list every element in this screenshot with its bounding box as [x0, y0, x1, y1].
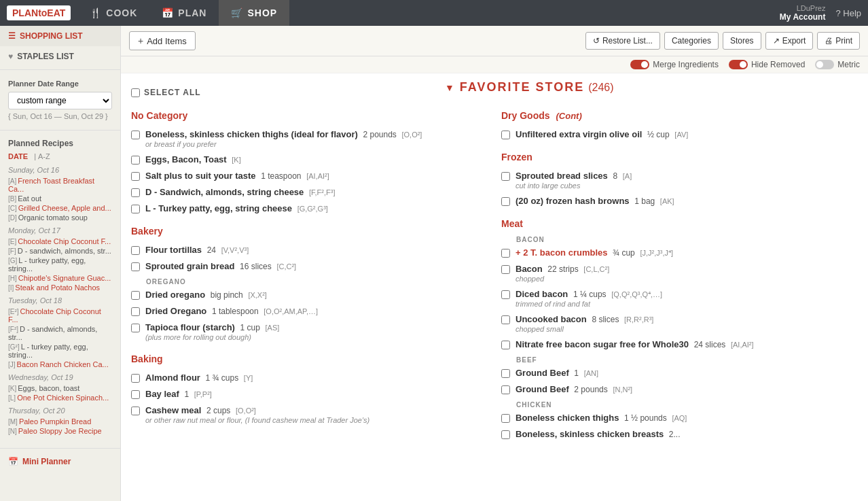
stores-button[interactable]: Stores: [723, 32, 761, 50]
restore-icon: ↺: [593, 36, 600, 46]
item-row: Diced bacon 1 ¼ cups [Q,Q²,Q³,Q⁴,…] trim…: [501, 288, 858, 309]
cook-icon: 🍴: [90, 7, 102, 18]
restore-list-button[interactable]: ↺ Restore List...: [585, 32, 660, 50]
list-item: [F²]D - sandwich, almonds, str...: [8, 324, 112, 342]
item-row: Sprouted grain bread 16 slices [C,C²]: [131, 260, 488, 273]
print-button[interactable]: 🖨 Print: [817, 32, 860, 50]
subcategory-label: OREGANO: [146, 278, 488, 286]
nav-shop[interactable]: 🛒 SHOP: [219, 0, 289, 26]
select-all-row: SELECT ALL: [131, 88, 201, 97]
list-item[interactable]: [J]Bacon Ranch Chicken Ca...: [8, 360, 112, 369]
item-checkbox[interactable]: [131, 172, 140, 181]
main-content: + Add Items ↺ Restore List... Categories…: [121, 26, 868, 501]
planned-recipes: Planned Recipes DATE | A-Z Sunday, Oct 1…: [0, 133, 120, 445]
list-item: [F]D - sandwich, almonds, str...: [8, 246, 112, 256]
list-item[interactable]: [M]Paleo Pumpkin Bread: [8, 417, 112, 426]
item-checkbox[interactable]: [501, 369, 510, 378]
nav-account[interactable]: LDuPrez My Account: [780, 4, 826, 22]
merge-ingredients-toggle[interactable]: Merge Ingredients: [630, 60, 719, 69]
list-item[interactable]: [I]Steak and Potato Nachos: [8, 283, 112, 292]
item-checkbox[interactable]: [501, 315, 510, 324]
list-item[interactable]: [L]One Pot Chicken Spinach...: [8, 393, 112, 402]
item-checkbox[interactable]: [501, 249, 510, 258]
sidebar-staples-list[interactable]: ♥ STAPLES LIST: [0, 46, 120, 67]
metric-toggle-switch[interactable]: [815, 60, 834, 69]
add-items-button[interactable]: + Add Items: [129, 31, 196, 50]
list-item[interactable]: [C]Grilled Cheese, Apple and...: [8, 203, 112, 213]
nav-help[interactable]: ? Help: [835, 8, 861, 18]
day-group-mon-oct17: Monday, Oct 17 [E]Chocolate Chip Coconut…: [8, 226, 112, 292]
item-checkbox[interactable]: [501, 197, 510, 206]
top-nav: PLANtoEAT 🍴 COOK 📅 PLAN 🛒 SHOP LDuPrez M…: [0, 0, 868, 26]
metric-toggle[interactable]: Metric: [815, 60, 860, 69]
merge-toggle-switch[interactable]: [630, 60, 649, 69]
item-checkbox[interactable]: [501, 265, 510, 274]
item-checkbox[interactable]: [501, 131, 510, 139]
list-item[interactable]: [A]French Toast Breakfast Ca...: [8, 176, 112, 194]
item-checkbox[interactable]: [131, 390, 140, 399]
item-row: Bay leaf 1 [P,P²]: [131, 387, 488, 400]
item-checkbox[interactable]: [501, 414, 510, 423]
item-checkbox[interactable]: [501, 341, 510, 349]
item-row: Ground Beef 2 pounds [N,N²]: [501, 383, 858, 396]
left-column: No Category Boneless, skinless chicken t…: [131, 110, 488, 451]
logo[interactable]: PLANtoEAT: [7, 5, 71, 20]
list-icon: ☰: [8, 31, 16, 41]
item-row: Salt plus to suit your taste 1 teaspoon …: [131, 169, 488, 182]
recipe-sort: DATE | A-Z: [8, 152, 112, 160]
item-checkbox[interactable]: [131, 262, 140, 271]
item-row: Unfiltered extra virgin olive oil ½ cup …: [501, 128, 858, 141]
item-row: Dried Oregano 1 tablespoon [O,O²,AM,AP,……: [131, 305, 488, 317]
print-icon: 🖨: [825, 36, 833, 46]
item-checkbox[interactable]: [501, 290, 510, 299]
hide-removed-toggle[interactable]: Hide Removed: [729, 60, 805, 69]
section-meat: Meat BACON + 2 T. bacon crumbles ¾ cup […: [501, 218, 858, 440]
categories-button[interactable]: Categories: [664, 32, 719, 50]
item-checkbox[interactable]: [131, 307, 140, 316]
item-checkbox[interactable]: [131, 407, 140, 415]
day-group-thu-oct20: Thursday, Oct 20 [M]Paleo Pumpkin Bread …: [8, 407, 112, 436]
item-checkbox[interactable]: [131, 374, 140, 383]
list-item[interactable]: [H]Chipotle's Signature Guac...: [8, 273, 112, 283]
list-item: [G²]L - turkey patty, egg, string...: [8, 342, 112, 360]
planner-date-range: Planner Date Range custom range { Sun, O…: [0, 73, 120, 127]
nav-plan[interactable]: 📅 PLAN: [149, 0, 219, 26]
subcategory-chicken-label: CHICKEN: [516, 401, 858, 409]
list-item: [K]Eggs, bacon, toast: [8, 383, 112, 393]
select-all-checkbox[interactable]: [131, 88, 140, 97]
item-row: + 2 T. bacon crumbles ¾ cup [J,J²,J³,J⁴]: [501, 246, 858, 259]
section-dry-goods-cont: Dry Goods (Cont) Unfiltered extra virgin…: [501, 110, 858, 141]
date-range-select[interactable]: custom range: [8, 92, 112, 109]
toolbar: + Add Items ↺ Restore List... Categories…: [121, 26, 868, 56]
item-row: Boneless, skinless chicken breasts 2...: [501, 428, 858, 440]
item-checkbox[interactable]: [501, 385, 510, 394]
item-checkbox[interactable]: [131, 156, 140, 165]
store-arrow-icon: ▼: [445, 82, 454, 93]
store-header: ▼ FAVORITE STORE (246): [201, 80, 858, 94]
item-checkbox[interactable]: [131, 205, 140, 213]
item-row: Nitrate free bacon sugar free for Whole3…: [501, 338, 858, 351]
item-checkbox[interactable]: [131, 188, 140, 197]
mini-planner[interactable]: 📅 Mini Planner: [0, 451, 120, 472]
item-row: Ground Beef 1 [AN]: [501, 366, 858, 379]
item-checkbox[interactable]: [131, 246, 140, 255]
sidebar-shopping-list[interactable]: ☰ SHOPPING LIST: [0, 26, 120, 46]
item-checkbox[interactable]: [501, 172, 510, 181]
hide-removed-toggle-switch[interactable]: [729, 60, 748, 69]
item-row: Almond flour 1 ¾ cups [Y]: [131, 371, 488, 384]
item-checkbox[interactable]: [131, 291, 140, 300]
heart-icon: ♥: [8, 52, 13, 61]
item-checkbox[interactable]: [131, 324, 140, 332]
export-button[interactable]: ↗ Export: [765, 32, 814, 50]
item-checkbox[interactable]: [501, 430, 510, 439]
item-row: Bacon 22 strips [C,L,C²] chopped: [501, 262, 858, 284]
calendar-icon: 📅: [8, 457, 18, 466]
nav-cook[interactable]: 🍴 COOK: [77, 0, 149, 26]
item-row: L - Turkey patty, egg, string cheese [G,…: [131, 202, 488, 215]
list-item[interactable]: [E²]Chocolate Chip Coconut F...: [8, 307, 112, 324]
list-item[interactable]: [E]Chocolate Chip Coconut F...: [8, 237, 112, 246]
item-row: D - Sandwich, almonds, string cheese [F,…: [131, 186, 488, 198]
item-row: Cashew meal 2 cups [O,O²] or other raw n…: [131, 404, 488, 426]
item-checkbox[interactable]: [131, 131, 140, 139]
list-item[interactable]: [N]Paleo Sloppy Joe Recipe: [8, 426, 112, 436]
